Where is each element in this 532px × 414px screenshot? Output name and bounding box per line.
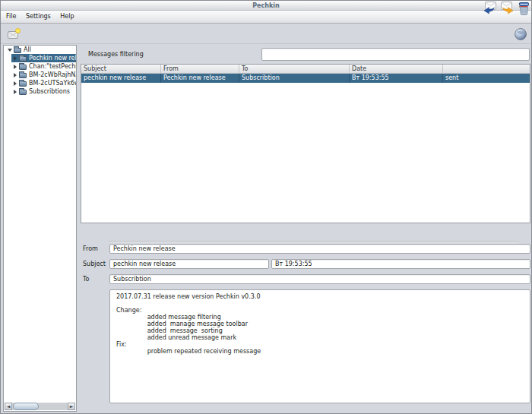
menu-file[interactable]: File [2, 11, 20, 23]
tree-collapse-icon[interactable] [11, 73, 18, 77]
delete-button[interactable] [516, 1, 532, 15]
to-label: To [83, 274, 89, 284]
message-row-subject: pechkin new release [81, 74, 161, 83]
scrollbar-track[interactable] [12, 403, 68, 410]
messages-table-header: Subject From To Date [81, 65, 530, 74]
app-window: Pechkin × File Settings Help [0, 0, 532, 414]
message-body[interactable]: 2017.07.31 release new version Pechkin v… [109, 289, 530, 403]
messages-filter-input[interactable] [261, 48, 530, 61]
tree-item-label: Pechkin new release [29, 55, 76, 62]
main-toolbar [1, 24, 531, 44]
column-header-status[interactable] [443, 65, 530, 73]
from-field[interactable] [109, 244, 530, 254]
column-header-to[interactable]: To [239, 65, 350, 73]
folder-icon [19, 73, 27, 78]
menu-settings[interactable]: Settings [22, 11, 55, 23]
subject-field[interactable] [109, 259, 269, 269]
window-title: Pechkin [1, 1, 531, 11]
tree-item-label: Chan:"testPechkin" [29, 63, 76, 70]
messages-table: Subject From To Date pechkin new release… [81, 64, 530, 223]
new-message-button[interactable] [5, 26, 22, 42]
network-button[interactable] [512, 26, 529, 42]
forward-icon [500, 2, 515, 14]
subject-label: Subject [83, 259, 106, 269]
column-header-subject[interactable]: Subject [81, 65, 161, 73]
column-header-from[interactable]: From [161, 65, 239, 73]
message-row-status: sent [443, 74, 530, 83]
menubar: File Settings Help [1, 11, 531, 24]
tree-item-bm-address-2[interactable]: BM-2cUTSaYk6wGZ [4, 79, 76, 87]
reply-icon [482, 2, 497, 14]
folder-icon [19, 65, 27, 70]
forward-button[interactable] [499, 1, 515, 15]
tree-item-pechkin-new-release[interactable]: Pechkin new release [4, 54, 76, 62]
tree-item-bm-address-1[interactable]: BM-2cWbRajhNZLw [4, 71, 76, 79]
column-header-date[interactable]: Date [350, 65, 443, 73]
tree-collapse-icon[interactable] [11, 81, 18, 86]
message-row[interactable]: pechkin new release Pechkin new release … [81, 74, 530, 83]
folder-icon [19, 81, 27, 87]
folder-icon [14, 48, 21, 53]
new-message-icon [6, 27, 21, 42]
menu-help[interactable]: Help [56, 11, 78, 23]
tree-horizontal-scrollbar[interactable]: ◄ ► [5, 403, 75, 410]
form-separator [109, 241, 518, 242]
tree-collapse-icon[interactable] [11, 90, 18, 94]
from-label: From [83, 244, 98, 254]
trash-icon [517, 2, 531, 15]
messages-filtering-label: Messages filtering [88, 49, 144, 61]
folder-icon [19, 56, 27, 62]
globe-icon [514, 27, 527, 41]
tree-expand-icon[interactable] [6, 49, 13, 52]
message-row-from: Pechkin new release [161, 74, 239, 83]
tree-item-label: Subscribtions [29, 88, 70, 95]
scroll-right-icon[interactable]: ► [68, 403, 75, 410]
tree-collapse-icon[interactable] [11, 65, 18, 69]
to-field[interactable] [109, 274, 530, 284]
tree-item-chan-testpechkin[interactable]: Chan:"testPechkin" [4, 62, 76, 71]
tree-item-subscribtions[interactable]: Subscribtions [4, 87, 76, 96]
folder-tree: All Pechkin new release Chan:"testPechki… [3, 45, 77, 412]
reply-button[interactable] [481, 1, 497, 15]
tree-collapse-icon[interactable] [11, 56, 18, 61]
tree-item-label: BM-2cWbRajhNZLw [29, 71, 76, 78]
scrollbar-thumb[interactable] [13, 403, 39, 410]
tree-item-label: All [24, 46, 31, 53]
message-row-date: Вт 19:53:55 [350, 74, 443, 83]
tree-item-label: BM-2cUTSaYk6wGZ [29, 80, 76, 87]
folder-icon [19, 90, 27, 95]
message-row-to: Subscribtion [239, 74, 350, 83]
tree-item-all[interactable]: All [4, 46, 76, 54]
scroll-left-icon[interactable]: ◄ [5, 403, 12, 410]
titlebar: Pechkin × [1, 1, 531, 11]
date-field[interactable] [271, 259, 530, 269]
